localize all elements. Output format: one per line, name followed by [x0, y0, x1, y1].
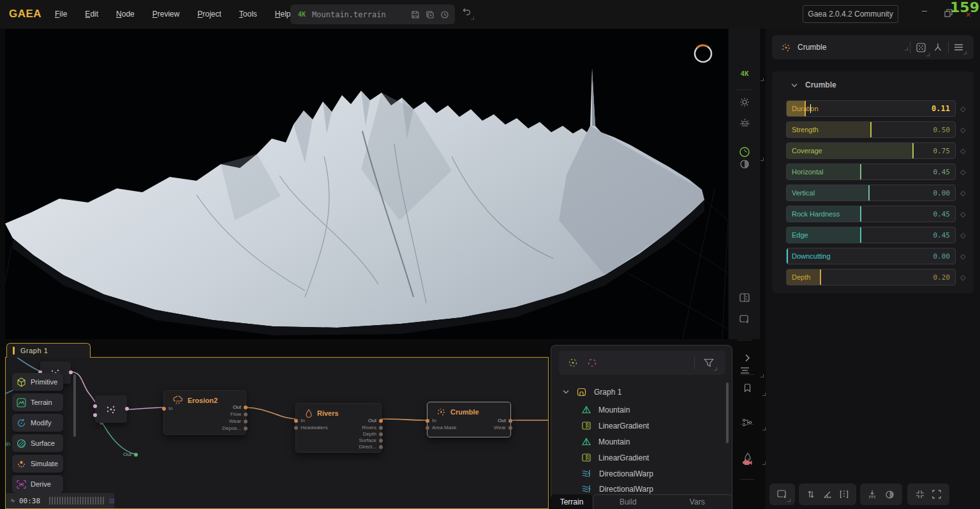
- menu-preview[interactable]: Preview: [152, 10, 180, 19]
- port-area-mask[interactable]: Area Mask: [426, 425, 456, 430]
- minimize-button[interactable]: –: [922, 5, 927, 15]
- contrast-icon[interactable]: [729, 159, 761, 169]
- port-flow[interactable]: Flow: [230, 411, 248, 417]
- port-direction[interactable]: Direct...: [359, 444, 383, 450]
- filename[interactable]: Mountain.terrain: [312, 10, 411, 19]
- close-button[interactable]: ✕: [965, 11, 971, 19]
- slider-horizontal[interactable]: Horizontal0.45 ◇: [786, 163, 967, 180]
- slider-coverage[interactable]: Coverage0.75 ◇: [786, 142, 967, 159]
- properties-menu-icon[interactable]: [954, 43, 963, 51]
- fit-view-icon[interactable]: [916, 490, 924, 499]
- slider-vertical[interactable]: Vertical0.00 ◇: [786, 185, 967, 201]
- save-icon[interactable]: [411, 10, 420, 19]
- tab-terrain[interactable]: Terrain: [551, 494, 593, 509]
- section-header[interactable]: Crumble: [772, 72, 974, 96]
- tab-vars[interactable]: Vars: [663, 495, 732, 509]
- port-in-1[interactable]: [93, 404, 97, 408]
- port-deposits[interactable]: Depos...: [222, 425, 248, 431]
- mirror-icon[interactable]: [840, 490, 849, 499]
- tab-build[interactable]: Build: [593, 495, 663, 509]
- toolbox-scrollbar[interactable]: [73, 374, 76, 437]
- sun-icon[interactable]: [729, 97, 761, 107]
- pin-diamond-icon[interactable]: ◇: [960, 105, 965, 113]
- port-out[interactable]: [125, 407, 129, 411]
- slider-rock-hardness[interactable]: Rock Hardness0.45 ◇: [786, 206, 967, 222]
- toolbox-modify[interactable]: Modify: [12, 414, 63, 432]
- node-rivers[interactable]: Rivers In Headwaters Out Rivers Depth Su…: [295, 403, 382, 453]
- pin-diamond-icon[interactable]: ◇: [960, 189, 965, 197]
- port-out[interactable]: Out: [233, 404, 248, 410]
- copy-icon[interactable]: [426, 10, 434, 19]
- menu-help[interactable]: Help: [275, 10, 291, 19]
- port-in[interactable]: In: [162, 406, 173, 411]
- toolbox-primitive[interactable]: Primitive: [12, 373, 63, 391]
- port-wear[interactable]: Wear: [494, 425, 512, 430]
- port-wear[interactable]: Wear: [229, 418, 248, 424]
- tree-item-mountain[interactable]: Mountain: [551, 402, 724, 418]
- file-widget[interactable]: 4K Mountain.terrain: [290, 4, 455, 24]
- toolbox-surface[interactable]: Surface: [12, 434, 63, 452]
- toolbox-simulate[interactable]: Simulate: [12, 455, 63, 473]
- tree-item-mountain-2[interactable]: Mountain: [551, 434, 724, 450]
- port-out[interactable]: [69, 370, 73, 374]
- drop-to-floor-icon[interactable]: [868, 490, 877, 499]
- slider-depth[interactable]: Depth0.20 ◇: [786, 269, 967, 285]
- port-headwaters[interactable]: Headwaters: [294, 425, 328, 430]
- node-crumble[interactable]: Crumble In Area Mask Out Wear: [427, 402, 511, 437]
- slider-duration[interactable]: Duration0.11 ◇: [786, 100, 967, 117]
- port-out[interactable]: Out: [368, 418, 383, 423]
- combiner-node-2[interactable]: [95, 395, 127, 423]
- node-tree-icon[interactable]: [933, 42, 943, 52]
- history-icon[interactable]: [440, 10, 449, 19]
- grid-resolution-icon[interactable]: [109, 496, 114, 505]
- menu-file[interactable]: File: [55, 10, 67, 19]
- toolbox-derive[interactable]: Derive: [12, 475, 63, 493]
- toolbox-terrain[interactable]: Terrain: [12, 393, 63, 411]
- node-erosion2[interactable]: Erosion2 In Out Flow Wear Depos...: [163, 390, 246, 435]
- focus-selected-icon[interactable]: [568, 358, 578, 368]
- pin-diamond-icon[interactable]: ◇: [960, 210, 965, 218]
- pin-diamond-icon[interactable]: ◇: [960, 273, 965, 282]
- port-in[interactable]: In: [294, 418, 305, 423]
- angle-tool-icon[interactable]: [823, 490, 832, 499]
- pin-diamond-icon[interactable]: ◇: [960, 252, 965, 261]
- tree-scrollbar[interactable]: [726, 383, 729, 443]
- locate-node-icon[interactable]: [587, 358, 597, 368]
- water-toggle-icon[interactable]: [729, 146, 761, 158]
- graph-tab[interactable]: Graph 1: [6, 343, 91, 358]
- slider-edge[interactable]: Edge0.45 ◇: [786, 227, 967, 243]
- pin-diamond-icon[interactable]: ◇: [960, 147, 965, 155]
- bookmarks-icon[interactable]: [732, 383, 762, 393]
- pin-diamond-icon[interactable]: ◇: [960, 126, 965, 134]
- new-viewport-icon[interactable]: [729, 315, 761, 324]
- node-graph-panel[interactable]: in Out Primitive Terrain Modify Surface …: [5, 357, 549, 509]
- filter-icon[interactable]: [704, 358, 714, 367]
- port-in-2[interactable]: [93, 413, 97, 417]
- tree-item-lineargradient[interactable]: LinearGradient: [551, 418, 724, 434]
- menu-project[interactable]: Project: [197, 10, 221, 19]
- sunrise-icon[interactable]: [729, 118, 761, 128]
- port-rivers[interactable]: Rivers: [362, 425, 383, 430]
- node-options-icon[interactable]: [916, 42, 926, 53]
- menu-edit[interactable]: Edit: [85, 10, 98, 19]
- pin-diamond-icon[interactable]: ◇: [960, 168, 965, 176]
- split-view-icon[interactable]: [729, 293, 761, 302]
- engine-icon[interactable]: [732, 458, 762, 467]
- tree-root-graph1[interactable]: Graph 1: [551, 384, 724, 400]
- port-out[interactable]: Out: [498, 418, 512, 423]
- port-depth[interactable]: Depth: [363, 431, 383, 437]
- fullscreen-icon[interactable]: [932, 490, 941, 499]
- shading-contrast-icon[interactable]: [885, 490, 895, 499]
- pin-diamond-icon[interactable]: ◇: [960, 231, 965, 239]
- slider-strength[interactable]: Strength0.50 ◇: [786, 121, 967, 138]
- viewport-3d[interactable]: [5, 29, 728, 339]
- tree-item-lineargradient-2[interactable]: LinearGradient: [551, 450, 724, 466]
- sort-vertical-icon[interactable]: [806, 490, 815, 499]
- port-in[interactable]: In: [426, 418, 436, 423]
- expand-panel-icon[interactable]: [732, 354, 762, 362]
- slider-downcutting[interactable]: Downcutting0.00 ◇: [786, 248, 967, 264]
- graph-timeline[interactable]: 00:38: [6, 493, 114, 508]
- menu-node[interactable]: Node: [116, 10, 135, 19]
- subgraph-icon[interactable]: [732, 418, 762, 427]
- tree-item-directionalwarp[interactable]: DirectionalWarp: [551, 466, 724, 482]
